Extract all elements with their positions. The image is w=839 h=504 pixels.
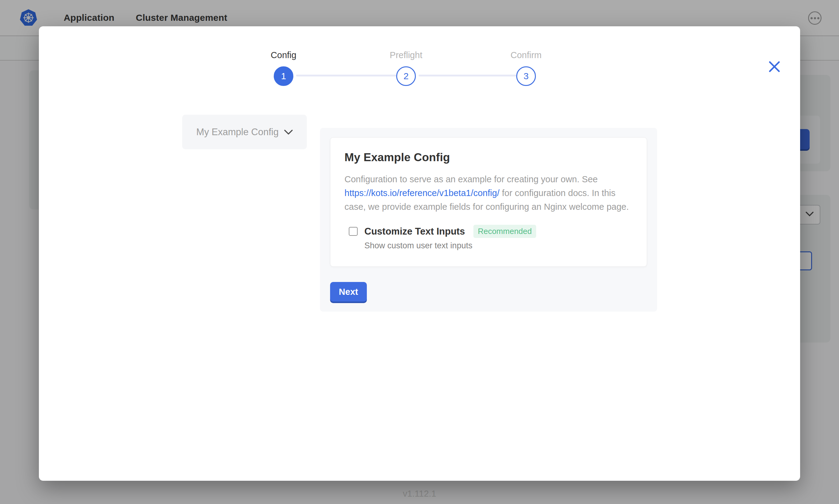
config-wizard-modal: Config 1 Preflight 2 Confirm 3 My Exampl… — [39, 26, 800, 481]
next-button[interactable]: Next — [330, 282, 367, 302]
config-group-description: Configuration to serve as an example for… — [344, 173, 633, 214]
step-circle[interactable]: 1 — [274, 66, 293, 86]
checkbox-label[interactable]: Customize Text Inputs — [364, 226, 465, 237]
config-group-title: My Example Config — [344, 151, 633, 164]
config-docs-link[interactable]: https://kots.io/reference/v1beta1/config… — [344, 188, 499, 198]
description-text: Configuration to serve as an example for… — [344, 174, 598, 184]
step-config: Config 1 — [244, 50, 323, 86]
step-preflight: Preflight 2 — [366, 50, 446, 86]
config-item-row: Customize Text Inputs Recommended — [349, 225, 633, 238]
step-confirm: Confirm 3 — [486, 50, 566, 86]
config-group-dropdown[interactable]: My Example Config — [182, 115, 307, 149]
step-circle[interactable]: 3 — [516, 66, 536, 86]
chevron-down-icon — [284, 127, 293, 138]
step-label: Preflight — [366, 50, 446, 60]
step-label: Config — [244, 50, 323, 60]
config-group-label: My Example Config — [196, 127, 279, 138]
checkbox-help-text: Show custom user text inputs — [364, 241, 633, 250]
step-circle[interactable]: 2 — [396, 66, 416, 86]
customize-text-inputs-checkbox[interactable] — [349, 227, 358, 236]
screen: Application Cluster Management 0 y v1.11… — [0, 0, 839, 504]
config-group-card: My Example Config Configuration to serve… — [330, 137, 647, 267]
config-panel: My Example Config Configuration to serve… — [320, 128, 657, 312]
wizard-stepper: Config 1 Preflight 2 Confirm 3 — [39, 26, 800, 94]
recommended-badge: Recommended — [474, 225, 536, 238]
step-label: Confirm — [486, 50, 566, 60]
